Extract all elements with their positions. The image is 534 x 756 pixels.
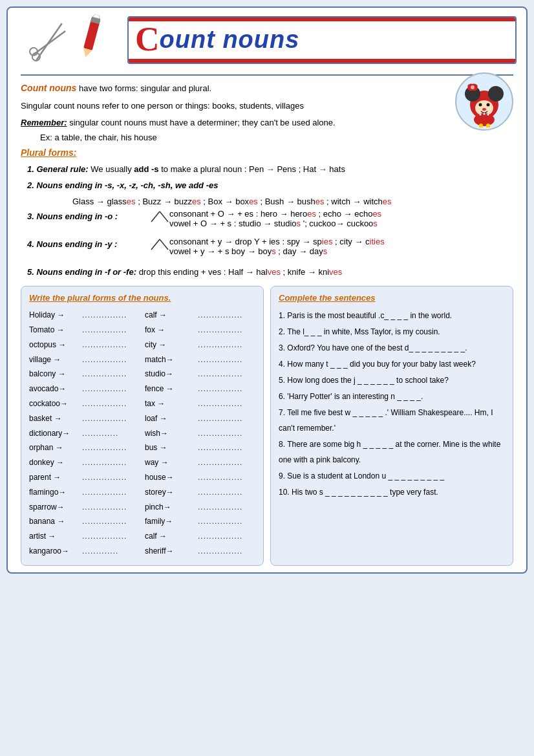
- list-item: 3. Oxford? You have one of the best d_ _…: [279, 340, 505, 356]
- word-list-col2: calf →................ fox →............…: [145, 308, 255, 559]
- title-c: C: [135, 23, 160, 56]
- list-item: 6. 'Harry Potter' is an interesting n _ …: [279, 389, 505, 404]
- pencil-icon: [67, 10, 116, 63]
- list-item: storey→................: [145, 485, 255, 500]
- list-item: 5. How long does the j _ _ _ _ _ _ to sc…: [279, 373, 505, 388]
- list-item: fox →................: [145, 323, 255, 338]
- list-item: Holiday →................: [29, 308, 140, 323]
- word-columns: Holiday →................ Tomato →......…: [29, 308, 255, 559]
- list-item: pinch→................: [145, 500, 255, 515]
- top-rule: [21, 74, 513, 76]
- word-list-col1: Holiday →................ Tomato →......…: [29, 308, 140, 559]
- svg-line-26: [151, 239, 160, 250]
- rule-5: 5. Nouns ending in -f or -fe: drop this …: [21, 265, 513, 279]
- list-item: studio→................: [145, 367, 255, 382]
- singular-line: Singular count nouns refer to one person…: [21, 99, 513, 113]
- svg-line-27: [160, 239, 168, 250]
- list-item: city →................: [145, 338, 255, 352]
- title-rest: ount nouns: [160, 26, 300, 54]
- list-item: 4. How many t _ _ _ did you buy for your…: [279, 356, 505, 372]
- exercise-1-title: Write the plural forms of the nouns.: [29, 293, 255, 303]
- list-item: 9. Sue is a student at London u _ _ _ _ …: [279, 468, 505, 484]
- list-item: flamingo→................: [29, 485, 140, 500]
- svg-point-2: [31, 52, 41, 62]
- intro-paragraph: Count nouns have two forms: singular and…: [21, 81, 513, 96]
- page: C ount nouns: [6, 6, 528, 574]
- list-item: donkey →................: [29, 455, 140, 470]
- list-item: calf →................: [145, 529, 255, 544]
- remember-text: singular count nouns must have a determi…: [67, 118, 336, 127]
- sentence-list: 1. Paris is the most beautiful .c_ _ _ _…: [279, 308, 505, 500]
- svg-point-21: [487, 114, 489, 116]
- list-item: sheriff→................: [145, 544, 255, 559]
- list-item: bus →................: [145, 440, 255, 455]
- exercise-2-title: Complete the sentences: [279, 293, 505, 303]
- list-item: 2. The l_ _ _ in white, Mss Taylor, is m…: [279, 324, 505, 340]
- svg-point-15: [479, 103, 482, 107]
- list-item: family→................: [145, 514, 255, 529]
- col-2: calf →................ fox →............…: [145, 308, 255, 559]
- list-item: orphan →................: [29, 440, 140, 455]
- minnie-svg: [458, 76, 510, 127]
- svg-rect-23: [486, 124, 490, 127]
- svg-line-24: [151, 211, 160, 222]
- svg-point-18: [474, 113, 495, 126]
- intro-line1: have two forms: singular and plural.: [76, 83, 211, 93]
- rule-4: 4. Nouns ending in -y : consonant + y → …: [21, 237, 513, 263]
- svg-point-19: [480, 114, 482, 116]
- list-item: kangaroo→.............: [29, 544, 140, 559]
- list-item: octopus →................: [29, 338, 140, 352]
- title-content: C ount nouns: [129, 21, 515, 59]
- list-item: way →................: [145, 455, 255, 470]
- list-item: 8. There are some big h _ _ _ _ _ at the…: [279, 437, 505, 468]
- list-item: 10. His two s _ _ _ _ _ _ _ _ _ _ type v…: [279, 484, 505, 500]
- remember-label: Remember:: [21, 118, 67, 127]
- svg-point-10: [488, 86, 504, 102]
- list-item: balcony →................: [29, 367, 140, 382]
- list-item: match→................: [145, 352, 255, 367]
- rule-3: 3. Nouns ending in -o : consonant + O → …: [21, 209, 513, 235]
- title-box: C ount nouns: [127, 16, 517, 64]
- svg-line-25: [160, 211, 168, 222]
- exercise-2-box: Complete the sentences 1. Paris is the m…: [270, 286, 513, 566]
- svg-point-17: [482, 108, 486, 111]
- list-item: calf →................: [145, 308, 255, 323]
- list-item: sparrow→................: [29, 500, 140, 515]
- list-item: village →................: [29, 352, 140, 367]
- list-item: 7. Tell me five best w _ _ _ _ _ .' Will…: [279, 405, 505, 436]
- remember-line: Remember: singular count nouns must have…: [21, 116, 513, 130]
- svg-point-13: [471, 85, 475, 89]
- ex-label: Ex:: [40, 133, 52, 142]
- svg-point-3: [28, 47, 39, 57]
- header: C ount nouns: [8, 8, 526, 69]
- list-item: banana →................: [29, 514, 140, 529]
- example-line: Ex: a table, the chair, his house: [40, 133, 513, 142]
- list-item: cockatoo→................: [29, 396, 140, 411]
- rule3-arrow-icon: [150, 210, 169, 233]
- list-item: fence →................: [145, 382, 255, 396]
- list-item: 1. Paris is the most beautiful .c_ _ _ _…: [279, 308, 505, 323]
- list-item: dictionary→.............: [29, 426, 140, 441]
- plural-forms-title: Plural forms:: [21, 147, 513, 158]
- rule-2-title: 2. Nouns ending in -s, -x, -z, -ch, -sh,…: [21, 178, 513, 193]
- svg-rect-22: [479, 124, 483, 127]
- list-item: tax →................: [145, 396, 255, 411]
- count-nouns-label: Count nouns: [21, 83, 76, 93]
- title-bottom-stripe: [129, 59, 515, 63]
- rule-2-examples: Glass → glasses ; Buzz → buzzes ; Box → …: [72, 195, 513, 209]
- minnie-decoration: [455, 72, 513, 131]
- exercise-1-box: Write the plural forms of the nouns. Hol…: [21, 286, 264, 566]
- col-1: Holiday →................ Tomato →......…: [29, 308, 140, 559]
- rule4-arrow-icon: [150, 238, 169, 261]
- rule-1: 1. General rule: We usually add -s to ma…: [21, 162, 513, 177]
- list-item: loaf →................: [145, 411, 255, 426]
- list-item: wish→................: [145, 426, 255, 441]
- exercises-section: Write the plural forms of the nouns. Hol…: [21, 286, 513, 566]
- main-content: Count nouns have two forms: singular and…: [8, 69, 526, 572]
- svg-point-16: [487, 103, 490, 107]
- rules-section: 1. General rule: We usually add -s to ma…: [21, 162, 513, 279]
- ex-text: a table, the chair, his house: [52, 133, 157, 142]
- list-item: avocado→................: [29, 382, 140, 396]
- header-decorations: [17, 14, 121, 66]
- list-item: house→................: [145, 470, 255, 485]
